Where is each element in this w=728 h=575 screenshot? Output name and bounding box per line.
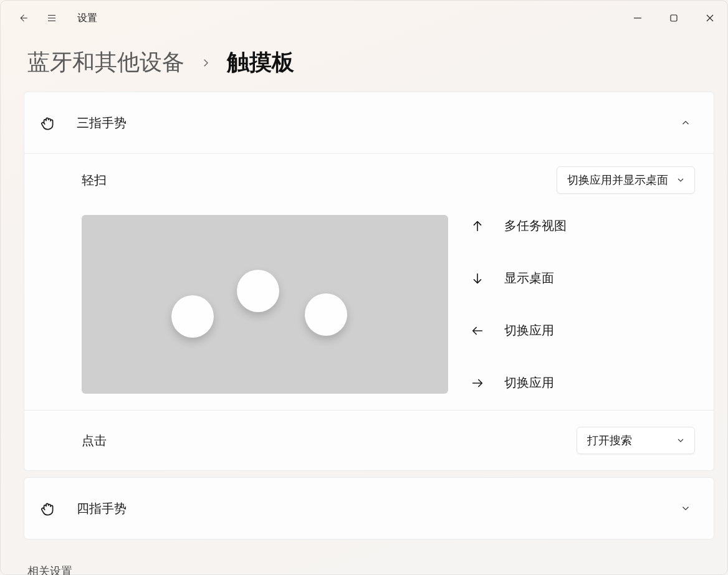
three-finger-gestures-card: 三指手势 轻扫 切换应用并显示桌面 bbox=[24, 92, 714, 471]
arrow-right-icon bbox=[469, 375, 486, 391]
chevron-down-icon bbox=[676, 175, 686, 185]
page-title: 触摸板 bbox=[227, 47, 294, 78]
breadcrumb: 蓝牙和其他设备 触摸板 bbox=[0, 36, 728, 92]
swipe-up-label: 多任务视图 bbox=[504, 217, 567, 234]
gesture-dot bbox=[171, 295, 214, 338]
back-button[interactable] bbox=[9, 4, 37, 32]
tap-row: 点击 打开搜索 bbox=[24, 410, 714, 470]
breadcrumb-parent[interactable]: 蓝牙和其他设备 bbox=[27, 47, 184, 78]
window-controls bbox=[620, 0, 728, 36]
swipe-down-label: 显示桌面 bbox=[504, 270, 554, 287]
three-finger-title: 三指手势 bbox=[77, 115, 127, 131]
arrow-up-icon bbox=[469, 218, 486, 234]
maximize-button[interactable] bbox=[656, 0, 692, 36]
content: 三指手势 轻扫 切换应用并显示桌面 bbox=[0, 92, 728, 539]
swipe-detail: 多任务视图 显示桌面 切换应用 bbox=[24, 206, 714, 410]
arrow-left-icon bbox=[469, 323, 486, 339]
hand-icon bbox=[39, 114, 57, 131]
tap-dropdown[interactable]: 打开搜索 bbox=[577, 427, 695, 454]
chevron-right-icon bbox=[196, 53, 216, 73]
three-finger-expander-header[interactable]: 三指手势 bbox=[24, 92, 714, 153]
close-button[interactable] bbox=[692, 0, 728, 36]
swipe-left-label: 切换应用 bbox=[504, 322, 554, 339]
titlebar: 设置 bbox=[0, 0, 728, 36]
four-finger-expander-header[interactable]: 四指手势 bbox=[24, 478, 714, 539]
chevron-up-icon bbox=[676, 113, 695, 132]
minimize-button[interactable] bbox=[620, 0, 656, 36]
svg-rect-0 bbox=[671, 15, 677, 21]
three-finger-expander-body: 轻扫 切换应用并显示桌面 bbox=[24, 153, 714, 470]
related-settings-heading: 相关设置 bbox=[27, 564, 72, 575]
hamburger-menu-button[interactable] bbox=[37, 4, 66, 32]
swipe-dropdown[interactable]: 切换应用并显示桌面 bbox=[557, 166, 695, 194]
swipe-direction-list: 多任务视图 显示桌面 切换应用 bbox=[469, 215, 567, 394]
chevron-down-icon bbox=[676, 435, 686, 445]
gesture-dot bbox=[305, 293, 347, 336]
tap-label: 点击 bbox=[82, 432, 107, 449]
tap-dropdown-value: 打开搜索 bbox=[587, 433, 632, 448]
swipe-right-item: 切换应用 bbox=[469, 374, 567, 391]
swipe-right-label: 切换应用 bbox=[504, 374, 554, 391]
hand-icon bbox=[39, 500, 57, 517]
gesture-dot bbox=[237, 270, 279, 312]
four-finger-title: 四指手势 bbox=[77, 500, 127, 517]
swipe-up-item: 多任务视图 bbox=[469, 217, 567, 234]
swipe-row: 轻扫 切换应用并显示桌面 bbox=[24, 154, 714, 206]
swipe-label: 轻扫 bbox=[82, 172, 107, 189]
gesture-illustration bbox=[82, 215, 448, 394]
swipe-dropdown-value: 切换应用并显示桌面 bbox=[567, 173, 668, 188]
chevron-down-icon bbox=[676, 499, 695, 518]
four-finger-gestures-card: 四指手势 bbox=[24, 477, 714, 539]
swipe-left-item: 切换应用 bbox=[469, 322, 567, 339]
app-title: 设置 bbox=[77, 12, 97, 25]
arrow-down-icon bbox=[469, 270, 486, 287]
swipe-down-item: 显示桌面 bbox=[469, 270, 567, 287]
